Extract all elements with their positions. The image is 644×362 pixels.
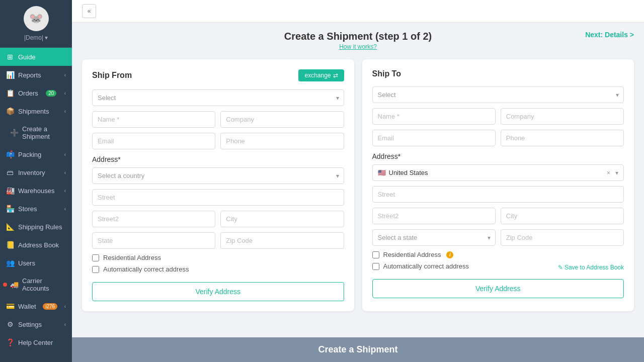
help-icon: ❓ — [6, 338, 14, 346]
country-clear-icon[interactable]: × — [607, 169, 610, 176]
chevron-icon: ‹ — [64, 152, 66, 157]
ship-to-name-input[interactable] — [372, 108, 496, 125]
sidebar-item-label: Warehouses — [18, 187, 55, 195]
packing-icon: 📫 — [6, 150, 14, 158]
ship-to-state-wrapper: Select a state — [372, 229, 496, 246]
ship-to-state-zip-row: Select a state — [372, 229, 624, 246]
sidebar-item-warehouses[interactable]: 🏭 Warehouses ‹ — [0, 182, 72, 200]
page-header: Create a Shipment (step 1 of 2) How it w… — [72, 23, 644, 54]
create-shipment-icon: ➕ — [10, 129, 18, 137]
ship-to-phone-input[interactable] — [501, 130, 624, 146]
chevron-icon: ‹ — [64, 322, 66, 327]
ship-to-residential-checkbox[interactable] — [372, 251, 379, 258]
avatar: 🐭 — [24, 6, 49, 31]
form-grid: Ship From exchange ⇄ Select — [82, 59, 634, 311]
inventory-icon: 🗃 — [6, 168, 14, 176]
ship-to-autocorrect-checkbox[interactable] — [372, 263, 379, 270]
ship-to-select-row: Select — [372, 86, 624, 103]
sidebar-item-address-book[interactable]: 📒 Address Book — [0, 236, 72, 254]
ship-to-state-select[interactable]: Select a state — [372, 229, 496, 246]
ship-from-zip-input[interactable] — [220, 232, 344, 249]
sidebar-item-packing[interactable]: 📫 Packing ‹ — [0, 145, 72, 163]
demo-label[interactable]: |Demo| ▾ — [24, 34, 48, 41]
sidebar-item-orders[interactable]: 📋 Orders 20 ‹ — [0, 84, 72, 102]
ship-to-email-input[interactable] — [372, 130, 496, 146]
ship-to-company-input[interactable] — [501, 108, 624, 125]
ship-to-address-label: Address* — [372, 152, 624, 160]
sidebar-item-users[interactable]: 👥 Users — [0, 254, 72, 272]
residential-info-icon[interactable]: i — [446, 251, 453, 258]
page-title: Create a Shipment (step 1 of 2) — [82, 31, 634, 42]
wallet-badge: i276 — [43, 303, 57, 310]
save-to-address-book-link[interactable]: Save to Address Book — [558, 264, 624, 271]
ship-to-street-input[interactable] — [372, 186, 624, 203]
sidebar-item-label: Users — [18, 259, 35, 267]
back-button[interactable]: « — [82, 4, 96, 18]
chevron-icon: ‹ — [64, 109, 66, 114]
ship-to-select[interactable]: Select — [372, 86, 624, 103]
sidebar-item-create-shipment[interactable]: ➕ Create a Shipment — [0, 120, 72, 145]
sidebar-item-label: Orders — [18, 89, 38, 97]
exchange-button[interactable]: exchange ⇄ — [298, 69, 344, 81]
sidebar-item-shipping-rules[interactable]: 📐 Shipping Rules — [0, 218, 72, 236]
ship-from-select[interactable]: Select — [92, 89, 344, 106]
ship-to-verify-button[interactable]: Verify Address — [372, 279, 624, 298]
next-button[interactable]: Next: Details > — [585, 31, 634, 39]
ship-to-residential-row: Residential Address i — [372, 251, 624, 258]
ship-from-email-field — [92, 133, 215, 149]
ship-from-company-field — [220, 111, 344, 128]
ship-to-street2-field — [372, 208, 496, 224]
ship-from-autocorrect-label: Automatically correct address — [103, 265, 189, 273]
sidebar-item-label: Help Center — [18, 339, 53, 346]
ship-from-city-input[interactable] — [220, 211, 344, 227]
address-book-icon: 📒 — [6, 241, 14, 249]
sidebar-item-label: Carrier Accounts — [22, 277, 66, 292]
shipping-rules-icon: 📐 — [6, 223, 14, 231]
sidebar-item-stores[interactable]: 🏪 Stores ‹ — [0, 200, 72, 218]
sidebar-item-wallet[interactable]: 💳 Wallet i276 ‹ — [0, 297, 72, 315]
ship-from-email-input[interactable] — [92, 133, 215, 149]
ship-from-autocorrect-row: Automatically correct address — [92, 265, 344, 273]
ship-from-street2-input[interactable] — [92, 211, 215, 227]
ship-to-residential-label: Residential Address — [383, 251, 441, 258]
ship-from-state-input[interactable] — [92, 232, 215, 249]
ship-from-city-field — [220, 211, 344, 227]
ship-to-zip-input[interactable] — [501, 229, 624, 246]
ship-to-header: Ship To — [372, 69, 624, 78]
ship-to-street-row — [372, 186, 624, 203]
ship-to-name-company-row — [372, 108, 624, 125]
sidebar-item-inventory[interactable]: 🗃 Inventory ‹ — [0, 163, 72, 182]
users-icon: 👥 — [6, 259, 14, 267]
ship-from-phone-input[interactable] — [220, 133, 344, 149]
form-area: Ship From exchange ⇄ Select — [72, 54, 644, 337]
ship-from-residential-label: Residential Address — [103, 254, 161, 261]
ship-to-country-select[interactable]: 🇺🇸 United States × ▾ — [372, 164, 624, 181]
how-it-works-link[interactable]: How it works? — [82, 43, 634, 50]
sidebar-item-help-center[interactable]: ❓ Help Center — [0, 333, 72, 351]
ship-to-email-phone-row — [372, 130, 624, 146]
sidebar-item-guide[interactable]: ⊞ Guide — [0, 48, 72, 66]
ship-to-select-wrapper: Select — [372, 86, 624, 103]
wallet-icon: 💳 — [6, 302, 14, 310]
country-chevron-icon: ▾ — [615, 169, 618, 176]
ship-to-street2-input[interactable] — [372, 208, 496, 224]
chevron-icon: ‹ — [64, 188, 66, 194]
ship-from-zip-field — [220, 232, 344, 249]
sidebar-item-reports[interactable]: 📊 Reports ‹ — [0, 66, 72, 84]
ship-from-country-select[interactable]: Select a country — [92, 167, 344, 184]
sidebar-item-label: Inventory — [18, 169, 45, 176]
ship-from-residential-checkbox[interactable] — [92, 254, 99, 261]
exchange-icon: ⇄ — [333, 72, 338, 79]
sidebar-item-shipments[interactable]: 📦 Shipments ‹ — [0, 102, 72, 120]
sidebar-item-settings[interactable]: ⚙ Settings ‹ — [0, 315, 72, 333]
sidebar-item-label: Packing — [18, 151, 41, 158]
ship-from-verify-button[interactable]: Verify Address — [92, 282, 344, 301]
ship-from-company-input[interactable] — [220, 111, 344, 128]
ship-from-header: Ship From exchange ⇄ — [92, 69, 344, 81]
sidebar-item-carrier-accounts[interactable]: 🚚 Carrier Accounts — [0, 272, 72, 297]
ship-from-autocorrect-checkbox[interactable] — [92, 266, 99, 273]
ship-to-city-input[interactable] — [501, 208, 624, 224]
ship-to-zip-field — [501, 229, 624, 246]
ship-from-name-input[interactable] — [92, 111, 215, 128]
ship-from-street-input[interactable] — [92, 189, 344, 206]
